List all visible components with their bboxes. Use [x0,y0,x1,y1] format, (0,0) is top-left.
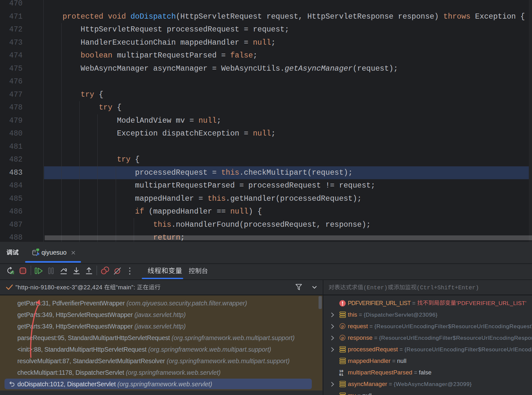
svg-text:01: 01 [339,373,344,376]
svg-text:p: p [341,324,344,329]
svg-text:p: p [341,335,344,340]
